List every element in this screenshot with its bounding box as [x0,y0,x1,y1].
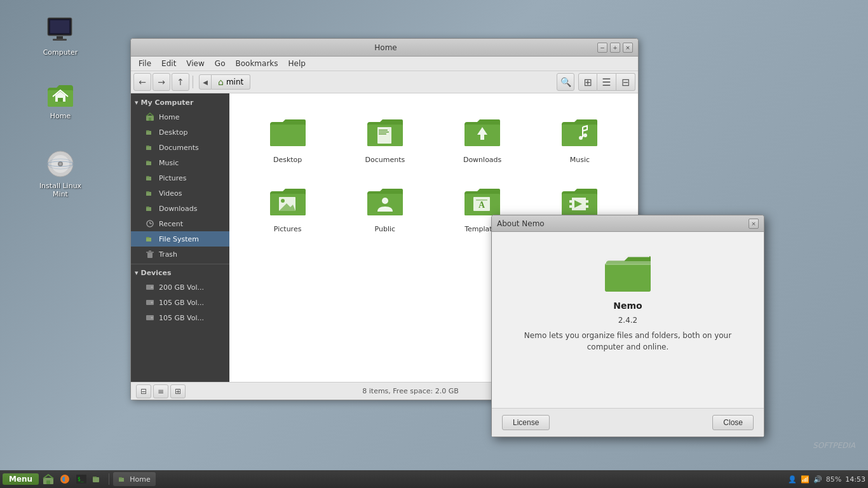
taskbar: Menu $_ [0,470,868,488]
drive-icon-3 [145,313,155,323]
about-nemo-dialog: About Nemo × Nemo 2.4.2 Nemo lets you or… [491,215,764,437]
svg-rect-66 [586,198,588,200]
documents-label: Documents [365,156,405,164]
sidebar-item-recent[interactable]: Recent [131,216,229,231]
taskbar-clock: 14:53 [845,475,865,484]
taskbar-right: 👤 📶 🔊 85% 14:53 [788,475,865,484]
sidebar-pictures-label: Pictures [159,174,187,182]
sidebar-item-filesystem[interactable]: File System [131,231,229,247]
file-item-pictures[interactable]: Pictures [242,175,333,238]
search-button[interactable]: 🔍 [557,73,574,91]
sidebar-item-desktop[interactable]: Desktop [131,125,229,140]
menu-file[interactable]: File [133,58,156,69]
sidebar-item-vol2[interactable]: 105 GB Vol... [131,295,229,310]
taskbar-icon-home[interactable] [41,472,55,486]
list-view-button[interactable]: ☰ [597,73,616,91]
location-arrow[interactable]: ◀ [199,74,212,90]
sidebar-item-music[interactable]: Music [131,155,229,170]
svg-rect-79 [93,477,97,478]
pictures-sidebar-icon [145,173,155,183]
compact-view-button[interactable]: ⊟ [616,73,635,91]
close-dialog-button[interactable]: Close [712,415,754,430]
sidebar-section-mycomputer[interactable]: ▾ My Computer [131,96,229,109]
sidebar-videos-label: Videos [159,189,182,198]
taskbar-battery-label: 85% [826,475,841,484]
toggle-sidebar-button[interactable]: ⊟ [136,384,151,398]
toolbar-separator [193,76,193,88]
forward-button[interactable]: → [153,73,170,91]
file-item-music[interactable]: Music [534,106,625,169]
svg-rect-55 [367,194,403,215]
downloads-folder-icon [462,111,503,152]
file-item-downloads[interactable]: Downloads [437,106,528,169]
taskbar-icon-terminal[interactable]: $_ [74,472,88,486]
nemo-app-icon [602,245,653,295]
sidebar-section-devices[interactable]: ▾ Devices [131,266,229,280]
music-sidebar-icon [145,158,155,168]
sidebar-item-videos[interactable]: Videos [131,186,229,201]
public-folder-icon [365,180,405,221]
close-button[interactable]: × [623,43,633,53]
about-title: About Nemo [497,219,545,228]
up-button[interactable]: ↑ [172,73,189,91]
file-item-public[interactable]: Public [339,175,430,238]
documents-folder-icon [365,111,405,152]
sidebar-item-trash[interactable]: Trash [131,247,229,262]
desktop-folder-icon [268,111,308,152]
about-buttons: License Close [492,408,764,437]
license-button[interactable]: License [502,415,550,430]
taskbar-task-label: Home [130,475,150,484]
taskbar-task-home[interactable]: Home [113,472,155,486]
taskbar-user-icon: 👤 [788,475,797,484]
home-sidebar-icon [145,112,155,122]
app-description: Nemo lets you organize files and folders… [517,330,739,353]
taskbar-icon-firefox[interactable] [58,472,72,486]
menu-view[interactable]: View [181,58,209,69]
location-home-button[interactable]: ⌂ mint [212,74,250,90]
svg-rect-4 [53,39,67,41]
devices-section-label: Devices [141,269,172,277]
taskbar-menu-button[interactable]: Menu [3,473,39,485]
sidebar-item-pictures[interactable]: Pictures [131,170,229,186]
toolbar: ← → ↑ ◀ ⌂ mint 🔍 ⊞ ☰ ⊟ [131,71,638,93]
toggle-info-button[interactable]: ⊞ [170,384,186,398]
sidebar-item-downloads[interactable]: Downloads [131,201,229,216]
menu-go[interactable]: Go [210,58,231,69]
svg-rect-65 [569,208,572,210]
sidebar-item-vol3[interactable]: 105 GB Vol... [131,310,229,325]
file-item-desktop[interactable]: Desktop [242,106,333,169]
pictures-folder-icon [268,180,308,221]
sidebar-recent-label: Recent [159,220,183,228]
svg-point-37 [151,302,153,304]
window-titlebar: Home − + × [131,39,638,57]
desktop-icon-install[interactable]: Install Linux Mint [35,146,86,201]
desktop-icon-home[interactable]: Home [35,76,86,123]
sidebar-item-vol1[interactable]: 200 GB Vol... [131,280,229,295]
toggle-extra-button[interactable]: ≡ [153,384,168,398]
taskbar-icon-files[interactable] [91,472,105,486]
minimize-button[interactable]: − [597,43,607,53]
install-icon [45,149,76,179]
sidebar-item-documents[interactable]: Documents [131,140,229,155]
about-close-button[interactable]: × [749,219,759,229]
svg-rect-25 [146,207,149,208]
svg-text:A: A [478,200,485,210]
location-label: mint [226,78,243,86]
svg-rect-45 [379,133,386,135]
sidebar-trash-label: Trash [159,250,177,259]
svg-rect-71 [605,261,651,265]
svg-point-9 [59,163,62,165]
menu-help[interactable]: Help [283,58,311,69]
svg-rect-42 [377,127,391,144]
menu-edit[interactable]: Edit [156,58,181,69]
desktop-icon-computer[interactable]: Computer [35,13,86,59]
svg-rect-23 [146,191,149,193]
back-button[interactable]: ← [133,73,151,91]
trash-sidebar-icon [145,249,155,259]
menu-bookmarks[interactable]: Bookmarks [230,58,283,69]
icon-view-button[interactable]: ⊞ [578,73,597,91]
maximize-button[interactable]: + [610,43,620,53]
taskbar-separator [109,473,109,485]
sidebar-item-home[interactable]: Home [131,109,229,125]
file-item-documents[interactable]: Documents [339,106,430,169]
